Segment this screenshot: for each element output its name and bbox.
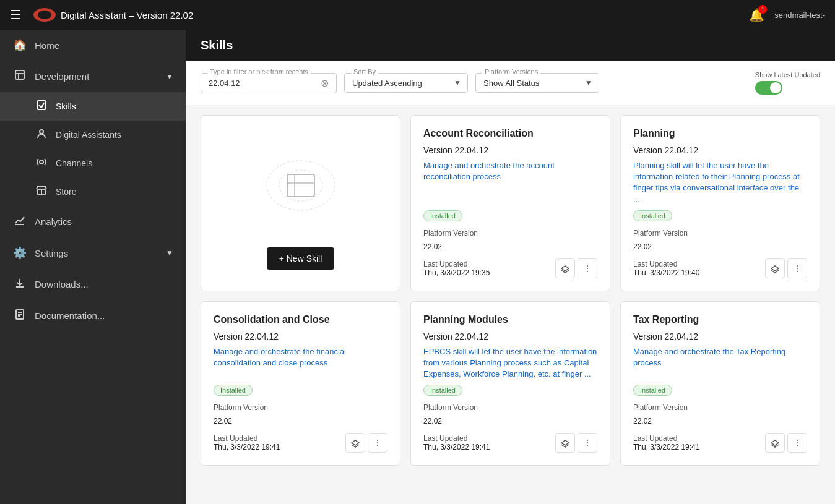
skill-updated-label: Last Updated: [633, 434, 699, 443]
platform-value: Show All Status: [483, 79, 539, 88]
svg-point-18: [267, 161, 335, 210]
sidebar-label-home: Home: [35, 40, 59, 51]
svg-point-1: [38, 11, 51, 19]
new-skill-button[interactable]: + New Skill: [267, 247, 335, 270]
settings-icon: ⚙️: [12, 246, 27, 260]
latest-updated-toggle[interactable]: [755, 81, 782, 95]
skill-layers-button[interactable]: [765, 258, 785, 278]
new-skill-card: + New Skill: [201, 115, 400, 291]
sidebar-label-downloads: Downloads...: [35, 279, 89, 289]
skill-actions: ⋮: [345, 433, 387, 453]
notification-bell[interactable]: 🔔 1: [749, 7, 764, 22]
filter-input-wrap[interactable]: Type in filter or pick from recents ⊗: [201, 73, 337, 93]
sidebar-label-skills: Skills: [56, 101, 76, 111]
skill-more-button[interactable]: ⋮: [578, 258, 597, 278]
topbar: ☰ Digital Assistant – Version 22.02 🔔 1 …: [0, 0, 835, 30]
svg-rect-2: [15, 70, 24, 79]
skills-grid: + New Skill Account Reconciliation Versi…: [186, 105, 835, 504]
skill-platform-label: Platform Version: [633, 403, 807, 412]
app-title: Digital Assistant – Version 22.02: [61, 10, 193, 20]
skill-updated-label: Last Updated: [423, 434, 490, 443]
store-icon: [35, 185, 48, 199]
digital-assistants-icon: [35, 128, 48, 142]
filter-input[interactable]: [209, 79, 318, 88]
development-icon: [12, 69, 27, 83]
skill-layers-button[interactable]: [555, 433, 575, 453]
skill-footer: Last Updated Thu, 3/3/2022 19:41 ⋮: [633, 433, 807, 453]
sidebar-item-skills[interactable]: Skills: [0, 92, 186, 121]
page-title: Skills: [201, 38, 233, 52]
skill-version: Version 22.04.12: [633, 145, 807, 155]
skill-platform-value: 22.02: [423, 417, 597, 425]
page-header: Skills: [186, 30, 835, 61]
notification-count: 1: [758, 5, 767, 14]
skill-footer: Last Updated Thu, 3/3/2022 19:41 ⋮: [423, 433, 597, 453]
skill-desc: Planning skill will let the user have th…: [633, 160, 807, 205]
skill-footer: Last Updated Thu, 3/3/2022 19:35 ⋮: [423, 258, 597, 278]
skill-updated-value: Thu, 3/3/2022 19:41: [633, 443, 699, 451]
skill-badge: Installed: [423, 210, 462, 221]
content-area: Skills Type in filter or pick from recen…: [186, 30, 835, 504]
skill-more-button[interactable]: ⋮: [368, 433, 387, 453]
sidebar-item-downloads[interactable]: Downloads...: [0, 268, 186, 300]
skill-card-account-reconciliation: Account Reconciliation Version 22.04.12 …: [410, 115, 610, 291]
skill-actions: ⋮: [765, 433, 807, 453]
sidebar-label-digital-assistants: Digital Assistants: [56, 130, 121, 140]
home-icon: 🏠: [12, 38, 27, 52]
skill-more-button[interactable]: ⋮: [787, 433, 807, 453]
skill-desc: Manage and orchestrate the account recon…: [423, 160, 597, 205]
topbar-right: 🔔 1 sendmail-test-: [749, 7, 825, 22]
sidebar-item-development[interactable]: Development ▼: [0, 61, 186, 92]
channels-icon: [35, 156, 48, 170]
toggle-label: Show Latest Updated: [755, 71, 820, 79]
skill-actions: ⋮: [765, 258, 807, 278]
skill-layers-button[interactable]: [765, 433, 785, 453]
sidebar-label-settings: Settings: [35, 248, 68, 258]
skill-platform-label: Platform Version: [214, 403, 387, 412]
skill-layers-button[interactable]: [345, 433, 365, 453]
svg-line-7: [41, 103, 44, 108]
sort-select[interactable]: Sort By Updated Ascending ▼: [344, 73, 468, 93]
sidebar-item-documentation[interactable]: Documentation...: [0, 300, 186, 331]
sidebar-label-documentation: Documentation...: [35, 310, 105, 321]
topbar-user: sendmail-test-: [774, 11, 825, 20]
skill-badge: Installed: [423, 385, 462, 396]
toggle-wrap: Show Latest Updated: [755, 71, 820, 95]
skill-actions: ⋮: [555, 433, 597, 453]
platform-select[interactable]: Platform Versions Show All Status ▼: [475, 73, 599, 93]
skill-updated-label: Last Updated: [423, 260, 490, 268]
skill-desc: Manage and orchestrate the financial con…: [214, 346, 387, 380]
svg-point-8: [40, 130, 43, 134]
skill-updated-value: Thu, 3/3/2022 19:35: [423, 268, 490, 277]
main-layout: 🏠 Home Development ▼ Skil: [0, 30, 835, 504]
skill-updated-value: Thu, 3/3/2022 19:41: [214, 443, 280, 451]
sidebar-label-channels: Channels: [56, 158, 92, 168]
skill-updated-value: Thu, 3/3/2022 19:40: [633, 268, 699, 277]
skill-version: Version 22.04.12: [423, 331, 597, 341]
sidebar-item-settings[interactable]: ⚙️ Settings ▼: [0, 237, 186, 268]
skill-more-button[interactable]: ⋮: [578, 433, 597, 453]
sidebar-item-store[interactable]: Store: [0, 177, 186, 206]
filter-clear-icon[interactable]: ⊗: [321, 77, 329, 89]
sidebar-label-development: Development: [35, 71, 89, 82]
skill-badge: Installed: [633, 210, 672, 221]
skill-badge: Installed: [633, 385, 672, 396]
settings-chevron-icon: ▼: [166, 249, 173, 257]
sidebar-item-home[interactable]: 🏠 Home: [0, 30, 186, 61]
skill-name: Planning: [633, 128, 807, 139]
analytics-icon: [12, 215, 27, 229]
skill-platform-value: 22.02: [633, 242, 807, 251]
skill-platform-label: Platform Version: [423, 229, 597, 237]
sidebar-label-store: Store: [56, 187, 76, 197]
hamburger-icon[interactable]: ☰: [10, 7, 21, 22]
skill-badge: Installed: [214, 385, 253, 396]
skill-layers-button[interactable]: [555, 258, 575, 278]
skill-desc: Manage and orchestrate the Tax Reporting…: [633, 346, 807, 380]
sort-chevron-icon: ▼: [454, 79, 461, 87]
sidebar-item-digital-assistants[interactable]: Digital Assistants: [0, 121, 186, 149]
sidebar-item-channels[interactable]: Channels: [0, 149, 186, 177]
sidebar-item-analytics[interactable]: Analytics: [0, 206, 186, 237]
skill-updated-label: Last Updated: [214, 434, 280, 443]
skill-name: Planning Modules: [423, 314, 597, 325]
skill-more-button[interactable]: ⋮: [787, 258, 807, 278]
